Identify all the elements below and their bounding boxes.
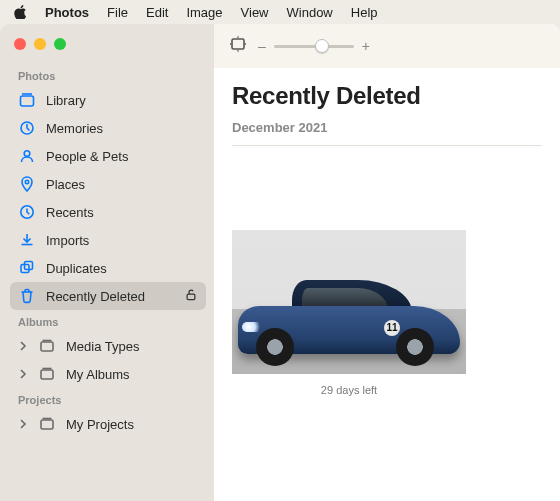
sidebar-item-media-types[interactable]: Media Types	[10, 332, 206, 360]
imports-icon	[18, 231, 36, 249]
sidebar-item-recents[interactable]: Recents	[10, 198, 206, 226]
menu-image[interactable]: Image	[186, 5, 222, 20]
places-icon	[18, 175, 36, 193]
content-header: Recently Deleted December 2021	[214, 68, 560, 156]
app-window: Photos Library Memories People & Pets Pl…	[0, 24, 560, 501]
zoom-slider-thumb[interactable]	[315, 39, 329, 53]
svg-rect-11	[232, 39, 244, 49]
sidebar-item-label: Places	[46, 177, 85, 192]
menu-file[interactable]: File	[107, 5, 128, 20]
svg-rect-0	[21, 96, 34, 106]
menubar: Photos File Edit Image View Window Help	[0, 0, 560, 24]
duplicates-icon	[18, 259, 36, 277]
photo-image: 11	[232, 230, 466, 374]
fullscreen-window-button[interactable]	[54, 38, 66, 50]
svg-point-3	[25, 180, 28, 183]
sidebar-item-recently-deleted[interactable]: Recently Deleted	[10, 282, 206, 310]
folder-icon	[38, 337, 56, 355]
toolbar: – +	[214, 24, 560, 68]
library-icon	[18, 91, 36, 109]
menu-window[interactable]: Window	[287, 5, 333, 20]
zoom-in-button[interactable]: +	[362, 38, 370, 54]
recents-icon	[18, 203, 36, 221]
sidebar-item-my-albums[interactable]: My Albums	[10, 360, 206, 388]
svg-rect-9	[41, 370, 53, 379]
svg-rect-10	[41, 420, 53, 429]
photo-caption: 29 days left	[232, 384, 466, 396]
sidebar-item-label: My Projects	[66, 417, 134, 432]
aspect-fit-icon[interactable]	[228, 35, 248, 57]
zoom-slider[interactable]	[274, 45, 354, 48]
window-controls	[10, 34, 206, 64]
apple-menu-icon[interactable]	[14, 5, 27, 19]
disclosure-chevron-icon[interactable]	[18, 419, 28, 429]
minimize-window-button[interactable]	[34, 38, 46, 50]
photo-badge: 11	[384, 320, 400, 336]
folder-icon	[38, 365, 56, 383]
sidebar-item-label: Memories	[46, 121, 103, 136]
menu-help[interactable]: Help	[351, 5, 378, 20]
trash-icon	[18, 287, 36, 305]
sidebar-item-my-projects[interactable]: My Projects	[10, 410, 206, 438]
sidebar-item-label: Recents	[46, 205, 94, 220]
menu-app[interactable]: Photos	[45, 5, 89, 20]
sidebar-section-projects: Projects	[10, 388, 206, 410]
disclosure-chevron-icon[interactable]	[18, 341, 28, 351]
menu-edit[interactable]: Edit	[146, 5, 168, 20]
sidebar: Photos Library Memories People & Pets Pl…	[0, 24, 214, 501]
sidebar-item-library[interactable]: Library	[10, 86, 206, 114]
sidebar-item-duplicates[interactable]: Duplicates	[10, 254, 206, 282]
close-window-button[interactable]	[14, 38, 26, 50]
memories-icon	[18, 119, 36, 137]
sidebar-item-label: My Albums	[66, 367, 130, 382]
date-header: December 2021	[232, 120, 542, 146]
svg-point-2	[24, 151, 30, 157]
svg-rect-8	[41, 342, 53, 351]
zoom-out-button[interactable]: –	[258, 38, 266, 54]
sidebar-item-label: People & Pets	[46, 149, 128, 164]
unlock-icon	[184, 288, 198, 305]
sidebar-item-label: Media Types	[66, 339, 139, 354]
main-content: – + Recently Deleted December 2021	[214, 24, 560, 501]
svg-rect-7	[187, 294, 195, 299]
sidebar-item-people-pets[interactable]: People & Pets	[10, 142, 206, 170]
sidebar-item-label: Imports	[46, 233, 89, 248]
zoom-control: – +	[258, 38, 370, 54]
sidebar-item-memories[interactable]: Memories	[10, 114, 206, 142]
thumbnail-grid: 11 29 days left	[214, 156, 560, 396]
people-icon	[18, 147, 36, 165]
folder-icon	[38, 415, 56, 433]
sidebar-section-albums: Albums	[10, 310, 206, 332]
page-title: Recently Deleted	[232, 82, 542, 110]
sidebar-item-label: Library	[46, 93, 86, 108]
sidebar-item-label: Recently Deleted	[46, 289, 145, 304]
photo-thumbnail[interactable]: 11 29 days left	[232, 230, 466, 396]
sidebar-section-photos: Photos	[10, 64, 206, 86]
sidebar-item-label: Duplicates	[46, 261, 107, 276]
menu-view[interactable]: View	[241, 5, 269, 20]
sidebar-item-imports[interactable]: Imports	[10, 226, 206, 254]
disclosure-chevron-icon[interactable]	[18, 369, 28, 379]
sidebar-item-places[interactable]: Places	[10, 170, 206, 198]
